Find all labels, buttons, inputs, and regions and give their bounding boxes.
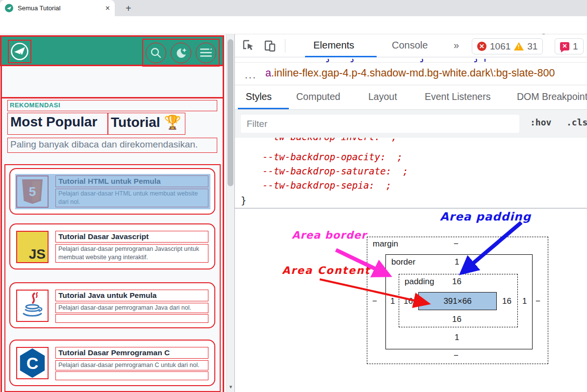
tab-computed[interactable]: Computed (296, 91, 340, 102)
tab-styles[interactable]: Styles (246, 91, 272, 102)
padding-label: padding (405, 277, 434, 287)
margin-top-value[interactable]: − (454, 239, 459, 249)
moon-star-icon (174, 46, 188, 60)
css-property[interactable]: --tw-backdrop-opacity: ; (262, 151, 403, 162)
tab-elements[interactable]: Elements (313, 40, 354, 51)
css-closing-brace: } (241, 195, 246, 206)
card-empty-row (55, 371, 208, 380)
annotation-area-border: Area border (292, 229, 367, 241)
active-styles-underline (238, 108, 289, 109)
search-button[interactable] (146, 43, 166, 63)
page-title: Most Popular (7, 113, 108, 135)
tutorial-card-html[interactable]: 5 Tutorial HTML untuk Pemula Pelajari da… (9, 168, 215, 215)
scrollbar-thumb[interactable] (228, 39, 233, 186)
browser-tab[interactable]: Semua Tutorial × (0, 0, 115, 16)
issues-badge[interactable]: ✕ 1 (555, 38, 584, 54)
dark-mode-toggle[interactable] (171, 43, 191, 63)
devtools-panel: Elements Console » ✕ 1061 31 ✕ 1 (234, 34, 587, 392)
card-description: Pelajari dasar-dasar pemrograman Java da… (55, 303, 208, 313)
search-icon (150, 47, 162, 59)
css-property[interactable]: --tw-backdrop-sepia: ; (262, 180, 391, 191)
margin-right-value[interactable]: − (536, 296, 540, 306)
toolbar-divider (285, 39, 285, 52)
card-title: Tutorial Dasar Pemrograman C (55, 347, 208, 359)
css-line-clipped: --tw-backdrop-invert: ; (235, 138, 587, 144)
favicon-icon (5, 4, 13, 12)
device-toolbar-icon[interactable] (263, 39, 277, 52)
padding-left-value[interactable]: 16 (404, 296, 413, 306)
tab-strip: Semua Tutorial × + (0, 0, 587, 16)
margin-label: margin (373, 239, 398, 249)
css-property-clipped: --tw-backdrop-invert: ; (262, 138, 397, 142)
css-rules-pane[interactable]: --tw-backdrop-invert: ; --tw-backdrop-op… (235, 138, 587, 208)
tab-layout[interactable]: Layout (368, 91, 397, 102)
site-header (1, 37, 224, 66)
tab-title: Semua Tutorial (18, 4, 101, 12)
tutorial-card-c[interactable]: C Tutorial Dasar Pemrograman C Pelajari … (9, 340, 215, 386)
page-subtitle: Paling banyak dibaca dan direkomendasika… (7, 138, 217, 153)
paper-plane-logo-icon (10, 42, 29, 61)
box-model-content[interactable]: 391×66 (418, 292, 497, 310)
border-label: border (391, 257, 415, 267)
scrollbar-down-icon[interactable]: ▾ (227, 384, 235, 390)
margin-left-value[interactable]: − (372, 296, 377, 306)
padding-top-value[interactable]: 16 (452, 277, 461, 287)
page-title-accent: Tutorial 🏆 (108, 113, 185, 135)
annotation-area-content: Area Content (282, 265, 370, 276)
header-icons-group (142, 39, 220, 67)
border-bottom-value[interactable]: 1 (455, 333, 459, 343)
more-tabs-chevron[interactable]: » (454, 40, 459, 51)
selector-classes: .inline-flex.gap-4.p-4.shadow-md.bg-whit… (271, 67, 555, 79)
console-status-badge[interactable]: ✕ 1061 31 (472, 38, 543, 54)
warning-icon (514, 42, 524, 50)
styles-tab-bar: Styles Computed Layout Event Listeners D… (235, 85, 587, 110)
dom-tree-clipped-row (235, 57, 587, 63)
js-badge-text: JS (29, 246, 46, 262)
tutorial-card-java[interactable]: Tutorial Java untuk Pemula Pelajari dasa… (9, 282, 215, 328)
menu-button[interactable] (196, 43, 216, 63)
toggle-class-state[interactable]: .cls (566, 117, 587, 127)
toggle-hover-state[interactable]: :hov (530, 117, 551, 127)
filter-input[interactable] (241, 115, 519, 133)
new-tab-button[interactable]: + (126, 3, 131, 14)
c-hexagon-icon: C (19, 348, 46, 378)
border-right-value[interactable]: 1 (522, 296, 527, 306)
card-empty-row (55, 314, 208, 323)
java-coffee-icon (19, 292, 46, 320)
clipped-text-descenders (235, 59, 587, 63)
border-top-value[interactable]: 1 (455, 257, 459, 267)
issue-count: 1 (573, 41, 578, 52)
page-scrollbar[interactable]: ▾ (226, 34, 234, 392)
card-title: Tutorial Java untuk Pemula (55, 290, 208, 301)
web-page: REKOMENDASI Most Popular Tutorial 🏆 Pali… (0, 34, 226, 392)
css-property[interactable]: --tw-backdrop-saturate: ; (262, 166, 408, 176)
padding-right-value[interactable]: 16 (502, 296, 511, 306)
error-icon: ✕ (477, 42, 486, 51)
breadcrumb-selector[interactable]: a.inline-flex.gap-4.p-4.shadow-md.bg-whi… (265, 67, 555, 79)
margin-bottom-value[interactable]: − (454, 351, 459, 361)
breadcrumb-ellipsis[interactable]: ... (245, 69, 256, 81)
border-left-value[interactable]: 1 (390, 296, 395, 306)
debug-main-outline (1, 97, 223, 98)
js-badge-icon: JS (17, 232, 48, 262)
page-title-accent-text: Tutorial (111, 115, 164, 130)
tab-close-icon[interactable]: × (105, 4, 110, 12)
tutorial-card-javascript[interactable]: JS Tutorial Dasar Javascript Pelajari da… (9, 223, 215, 270)
card-text: Tutorial Dasar Javascript Pelajari dasar… (55, 231, 208, 262)
issue-icon: ✕ (560, 42, 569, 50)
error-count: 1061 (490, 41, 510, 52)
padding-bottom-value[interactable]: 16 (452, 315, 461, 324)
styles-filter-bar: :hov .cls (235, 110, 587, 138)
java-logo (16, 290, 49, 322)
devtools-toolbar: Elements Console » ✕ 1061 31 ✕ 1 (235, 34, 587, 57)
js-logo: JS (16, 231, 49, 263)
site-logo[interactable] (8, 40, 31, 63)
inspect-element-icon[interactable] (242, 39, 255, 52)
tab-console[interactable]: Console (392, 40, 428, 51)
selector-tag: a (265, 67, 271, 79)
c-badge-text: C (26, 354, 39, 373)
trophy-emoji: 🏆 (164, 115, 181, 130)
tab-event-listeners[interactable]: Event Listeners (425, 91, 490, 102)
tab-dom-breakpoints[interactable]: DOM Breakpoints (517, 91, 587, 102)
card-title: Tutorial Dasar Javascript (55, 231, 208, 243)
